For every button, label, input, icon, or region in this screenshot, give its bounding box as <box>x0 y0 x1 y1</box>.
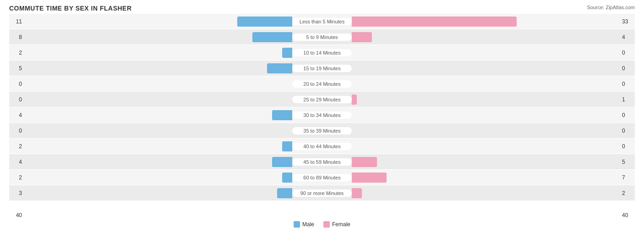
female-side <box>352 110 620 120</box>
bars-center: 20 to 24 Minutes <box>24 76 620 91</box>
female-side <box>352 48 620 58</box>
bars-center: 90 or more Minutes <box>24 185 620 201</box>
male-value: 5 <box>9 65 24 72</box>
row-label: 10 to 14 Minutes <box>292 49 352 56</box>
row-label: 40 to 44 Minutes <box>292 143 352 150</box>
chart-row: 5 15 to 19 Minutes 0 <box>9 61 635 76</box>
male-side <box>24 79 292 89</box>
bar-male <box>272 157 292 167</box>
row-label: 15 to 19 Minutes <box>292 65 352 72</box>
male-value: 0 <box>9 81 24 87</box>
female-value: 2 <box>620 190 635 196</box>
chart-container: COMMUTE TIME BY SEX IN FLASHER Source: Z… <box>0 0 644 240</box>
female-side <box>352 126 620 136</box>
chart-row: 8 5 to 9 Minutes 4 <box>9 29 635 45</box>
legend-female: Female <box>323 221 350 228</box>
bars-center: 10 to 14 Minutes <box>24 45 620 60</box>
male-side <box>24 157 292 167</box>
female-value: 0 <box>620 112 635 118</box>
row-label: 35 to 39 Minutes <box>292 127 352 134</box>
male-value: 8 <box>9 34 24 40</box>
bar-pair: 45 to 59 Minutes <box>24 154 620 169</box>
female-side <box>352 173 620 183</box>
row-label: 25 to 29 Minutes <box>292 96 352 103</box>
female-side <box>352 95 620 105</box>
female-value: 33 <box>620 18 635 25</box>
bars-center: 60 to 89 Minutes <box>24 170 620 185</box>
row-label: 45 to 59 Minutes <box>292 158 352 166</box>
chart-row: 4 30 to 34 Minutes 0 <box>9 107 635 123</box>
axis-left-label: 40 <box>9 212 24 218</box>
female-value: 0 <box>620 128 635 134</box>
legend-male-box <box>294 221 300 228</box>
bar-pair: 35 to 39 Minutes <box>24 123 620 138</box>
bar-male <box>282 48 292 58</box>
male-side <box>24 32 292 42</box>
female-side <box>352 141 620 151</box>
legend: Male Female <box>9 221 635 228</box>
bar-female <box>352 157 377 167</box>
chart-row: 0 20 to 24 Minutes 0 <box>9 76 635 91</box>
bar-pair: 20 to 24 Minutes <box>24 76 620 91</box>
bar-pair: Less than 5 Minutes <box>24 14 620 29</box>
row-label: 30 to 34 Minutes <box>292 112 352 119</box>
chart-row: 0 35 to 39 Minutes 0 <box>9 123 635 138</box>
bars-center: 15 to 19 Minutes <box>24 61 620 76</box>
chart-row: 2 40 to 44 Minutes 0 <box>9 139 635 154</box>
axis-row: 40 40 <box>9 212 635 218</box>
bar-male <box>237 17 292 27</box>
female-value: 0 <box>620 65 635 72</box>
legend-male: Male <box>294 221 314 228</box>
chart-row: 0 25 to 29 Minutes 1 <box>9 92 635 107</box>
bars-center: 40 to 44 Minutes <box>24 139 620 154</box>
male-side <box>24 188 292 198</box>
male-side <box>24 95 292 105</box>
female-side <box>352 32 620 42</box>
chart-row: 2 10 to 14 Minutes 0 <box>9 45 635 60</box>
male-side <box>24 173 292 183</box>
bar-pair: 40 to 44 Minutes <box>24 139 620 154</box>
legend-female-label: Female <box>332 221 350 228</box>
bar-male <box>267 63 292 73</box>
bar-pair: 60 to 89 Minutes <box>24 170 620 185</box>
female-value: 0 <box>620 50 635 56</box>
bar-pair: 15 to 19 Minutes <box>24 61 620 76</box>
bar-pair: 90 or more Minutes <box>24 185 620 201</box>
female-value: 5 <box>620 159 635 165</box>
bar-male <box>282 173 292 183</box>
female-value: 4 <box>620 34 635 40</box>
bar-pair: 5 to 9 Minutes <box>24 29 620 45</box>
bar-male <box>282 141 292 151</box>
male-value: 2 <box>9 50 24 56</box>
row-label: 20 to 24 Minutes <box>292 80 352 88</box>
legend-male-label: Male <box>302 221 314 228</box>
male-side <box>24 48 292 58</box>
male-value: 4 <box>9 112 24 118</box>
bar-female <box>352 32 372 42</box>
chart-title: COMMUTE TIME BY SEX IN FLASHER <box>9 5 635 12</box>
source-text: Source: ZipAtlas.com <box>587 5 635 10</box>
bars-center: 45 to 59 Minutes <box>24 154 620 169</box>
bar-male <box>272 110 292 120</box>
bars-center: 30 to 34 Minutes <box>24 107 620 123</box>
bar-pair: 10 to 14 Minutes <box>24 45 620 60</box>
bar-female <box>352 173 387 183</box>
axis-right-label: 40 <box>620 212 635 218</box>
female-value: 0 <box>620 143 635 150</box>
bar-female <box>352 95 357 105</box>
male-value: 0 <box>9 96 24 103</box>
male-side <box>24 141 292 151</box>
bar-female <box>352 188 362 198</box>
chart-row: 11 Less than 5 Minutes 33 <box>9 14 635 29</box>
female-side <box>352 63 620 73</box>
male-value: 3 <box>9 190 24 196</box>
bars-center: 25 to 29 Minutes <box>24 92 620 107</box>
bar-pair: 25 to 29 Minutes <box>24 92 620 107</box>
row-label: 90 or more Minutes <box>292 190 352 197</box>
row-label: Less than 5 Minutes <box>292 18 352 25</box>
row-label: 5 to 9 Minutes <box>292 33 352 41</box>
female-value: 7 <box>620 174 635 181</box>
female-value: 0 <box>620 81 635 87</box>
row-label: 60 to 89 Minutes <box>292 174 352 181</box>
bar-male <box>277 188 292 198</box>
